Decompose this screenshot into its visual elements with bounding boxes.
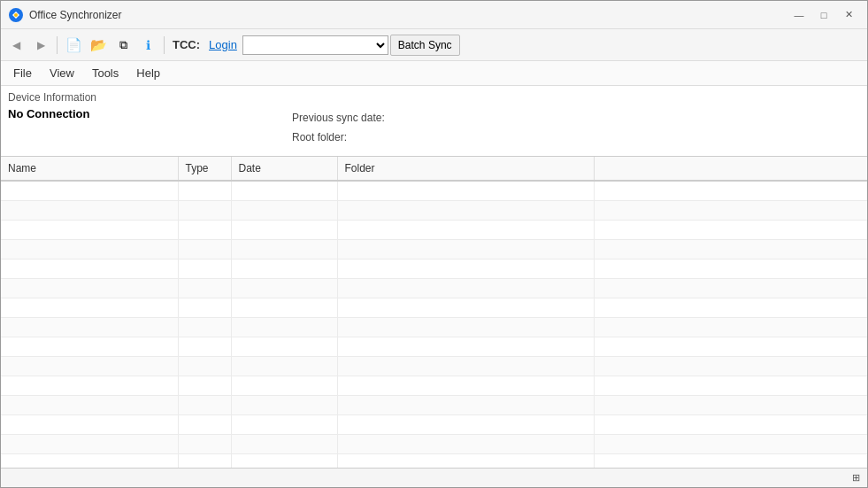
forward-button[interactable]: ▶ [29, 34, 52, 57]
toolbar: ◀ ▶ 📄 📂 ⧉ ℹ TCC: Login Batch Sync [1, 29, 867, 61]
new-file-icon: 📄 [65, 37, 82, 53]
table-row [1, 376, 867, 395]
back-icon: ◀ [12, 39, 20, 51]
new-file-button[interactable]: 📄 [62, 34, 85, 57]
title-bar: Office Synchronizer — □ ✕ [1, 1, 867, 29]
table-body [1, 181, 867, 468]
batch-sync-button[interactable]: Batch Sync [390, 35, 460, 56]
back-button[interactable]: ◀ [4, 34, 27, 57]
menubar: File View Tools Help [1, 61, 867, 86]
table-row [1, 337, 867, 356]
table-row [1, 317, 867, 337]
minimize-button[interactable]: — [787, 5, 810, 25]
close-button[interactable]: ✕ [837, 5, 860, 25]
table-row [1, 239, 867, 259]
device-info-content: No Connection Previous sync date: Root f… [8, 107, 860, 147]
table-row [1, 278, 867, 298]
table-row [1, 434, 867, 453]
tcc-label: TCC: [169, 38, 204, 51]
toolbar-sep-1 [57, 36, 58, 54]
table-container: Name Type Date Folder [1, 157, 867, 468]
statusbar: ⊞ [1, 468, 867, 487]
app-logo-icon [8, 7, 24, 23]
main-table: Name Type Date Folder [1, 157, 867, 468]
open-file-button[interactable]: 📂 [87, 34, 110, 57]
forward-icon: ▶ [37, 39, 45, 51]
copy-icon: ⧉ [119, 38, 127, 52]
info-button[interactable]: ℹ [136, 34, 159, 57]
table-row [1, 181, 867, 200]
device-info-left: No Connection [8, 107, 292, 120]
col-header-name: Name [1, 157, 178, 181]
connection-status: No Connection [8, 107, 292, 120]
profile-dropdown[interactable] [242, 35, 388, 55]
table-row [1, 356, 867, 376]
table-row [1, 220, 867, 239]
menu-view[interactable]: View [41, 63, 83, 83]
col-header-folder: Folder [337, 157, 594, 181]
table-row [1, 259, 867, 278]
device-info-section: Device Information No Connection Previou… [1, 86, 867, 157]
toolbar-sep-2 [164, 36, 165, 54]
statusbar-icon: ⊞ [852, 472, 860, 484]
table-row [1, 298, 867, 317]
main-window: Office Synchronizer — □ ✕ ◀ ▶ 📄 📂 ⧉ ℹ TC… [0, 0, 868, 488]
maximize-button[interactable]: □ [812, 5, 835, 25]
menu-tools[interactable]: Tools [83, 63, 127, 83]
copy-button[interactable]: ⧉ [111, 34, 134, 57]
table-row [1, 453, 867, 468]
window-controls: — □ ✕ [787, 5, 860, 25]
table-header-row: Name Type Date Folder [1, 157, 867, 181]
col-header-date: Date [231, 157, 337, 181]
table-row [1, 200, 867, 220]
menu-file[interactable]: File [4, 63, 41, 83]
info-icon: ℹ [146, 38, 150, 52]
open-file-icon: 📂 [90, 37, 107, 53]
previous-sync-label: Previous sync date: [292, 109, 860, 128]
device-info-right: Previous sync date: Root folder: [292, 107, 860, 147]
table-row [1, 395, 867, 414]
root-folder-label: Root folder: [292, 128, 860, 148]
table-row [1, 414, 867, 434]
menu-help[interactable]: Help [127, 63, 169, 83]
window-title: Office Synchronizer [29, 9, 787, 21]
login-button[interactable]: Login [205, 36, 241, 53]
col-header-extra [594, 157, 867, 181]
svg-point-1 [14, 13, 18, 17]
col-header-type: Type [178, 157, 231, 181]
device-info-title: Device Information [8, 91, 860, 104]
